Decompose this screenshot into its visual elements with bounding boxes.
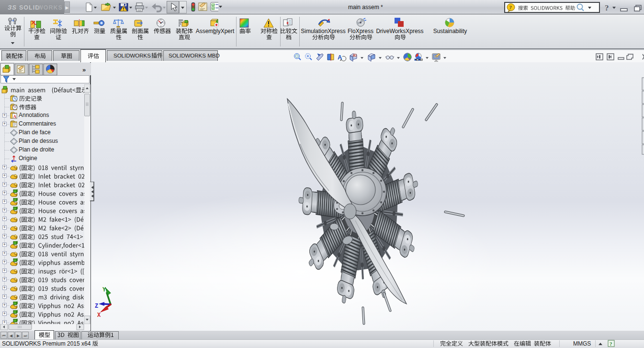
svg-text:Z: Z [95,303,98,310]
svg-text:?: ? [509,4,512,10]
svg-text:ЗS: ЗS [8,4,17,11]
svg-text:Y: Y [102,287,106,293]
svg-text:X: X [97,312,101,319]
svg-text:SOLID: SOLID [19,4,40,11]
svg-text:WORKS: WORKS [37,4,63,11]
svg-text:»: » [82,66,86,73]
svg-text:?: ? [610,341,612,347]
svg-text:?: ? [605,3,609,12]
